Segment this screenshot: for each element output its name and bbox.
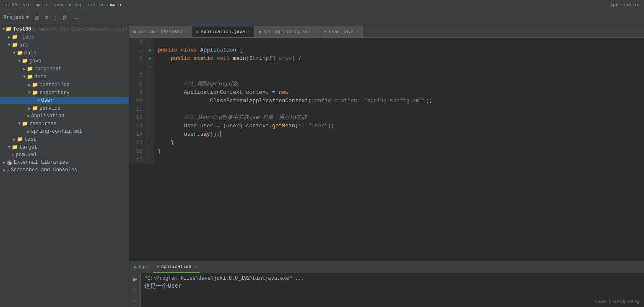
sidebar-item-resources[interactable]: ▼ 📁 resources [0,120,129,128]
idea-folder-icon: 📁 [12,34,18,40]
sidebar-item-src[interactable]: ▼ 📁 src [0,41,129,49]
tab-spring-close[interactable]: ✕ [312,29,315,34]
toolbar-settings-btn[interactable]: ⚙ [60,13,70,22]
editor-area: m pom.xml (Test00) ✕ ● Application.java … [129,25,644,307]
toolbar-list-btn[interactable]: ≡ [43,13,50,22]
sidebar-item-demo[interactable]: ▼ 📁 demo [0,73,129,81]
console-down-btn[interactable]: ↓ [130,296,140,304]
tab-spring-config[interactable]: ⚙ spring-config.xml ✕ [254,26,320,37]
sidebar-item-service[interactable]: ▶ 📁 service [0,104,129,112]
console-run-btn[interactable]: ▶ [130,275,140,284]
toolbar-minimize-btn[interactable]: — [71,13,81,22]
sidebar-item-test[interactable]: ▶ 📁 test [0,135,129,143]
line-num-14: 14 [129,130,146,139]
attribution: CSDN @hania_wang [595,298,639,305]
component-label: component [34,66,62,72]
main-label: main [24,50,36,56]
breadcrumb-main: main [36,3,47,8]
line-code-16: } [154,147,644,156]
breadcrumb-application: ● Application [69,3,105,8]
run-btn-5[interactable]: ▶ [149,48,152,53]
tab-spring-label: spring-config.xml [263,29,310,34]
demo-label: demo [34,74,47,80]
root-arrow: ▼ [2,27,5,31]
tab-user[interactable]: ● User.java ✕ [319,26,363,37]
sidebar-item-main[interactable]: ▼ 📁 main [0,49,129,57]
application-label: Application [31,113,64,119]
line-num-13: 13 [129,122,146,130]
run-btn-6[interactable]: ▶ [149,56,152,61]
tab-application[interactable]: ● Application.java ✕ [192,26,254,37]
code-line-12: 12 //2.从spring对象中获取user对象，通过id获取 [129,114,644,122]
test-label: test [24,137,36,142]
spring-tab-icon: ⚙ [259,29,262,35]
sidebar-item-external-libs[interactable]: ▶ 📚 External Libraries [0,159,129,166]
repository-arrow: ▼ [27,90,32,95]
java-label: java [29,58,42,64]
sidebar-root[interactable]: ▼ 📁 Test00 D:\maven\test-learning-code\T… [0,25,129,33]
target-folder-icon: 📁 [12,144,18,150]
tab-application-close[interactable]: ✕ [247,29,250,34]
tab-pom-close[interactable]: ✕ [184,29,187,34]
test-folder-icon: 📁 [17,136,23,142]
bottom-tab-application[interactable]: ● Application ✕ [153,261,200,273]
component-folder-icon: 📁 [27,66,33,72]
tab-pom[interactable]: m pom.xml (Test00) ✕ [129,26,192,37]
idea-arrow: ▶ [7,35,12,40]
sidebar-item-component[interactable]: ▶ 📁 component [0,65,129,73]
sidebar-item-application[interactable]: ● Application [0,112,129,120]
line-gutter-9 [146,88,154,97]
toolbar-add-btn[interactable]: ⊕ [32,13,42,22]
main-folder-icon: 📁 [17,50,23,56]
sidebar-item-java[interactable]: ▼ 📁 java [0,57,129,65]
console-output: "C:\Program Files\Java\jdk1.8.0_192\bin\… [141,273,644,307]
spring-config-label: spring-config.xml [31,129,82,134]
fold-gutter-15[interactable]: — [149,141,151,145]
code-line-10: 10 ClassPathXmlApplicationContext(config… [129,97,644,105]
bottom-tab-close[interactable]: ✕ [194,264,197,269]
sidebar-item-idea[interactable]: ▶ 📁 .idea [0,33,129,41]
maven-icon: m [12,152,15,157]
code-editor[interactable]: 4 5 ▶ public class Application { 6 [129,38,644,261]
line-code-10: ClassPathXmlApplicationContext(configLoc… [154,97,644,105]
scratch-icon: ✏ [7,168,10,173]
tab-user-close[interactable]: ✕ [356,29,358,34]
line-code-13: User user = (User) context.getBean(s: "u… [154,122,644,130]
sidebar-item-user[interactable]: ● User [0,97,129,104]
code-line-8: 8 //1.得到Spring对象 [129,80,644,88]
sidebar-item-scratches[interactable]: ▶ ✏ Scratches and Consoles [0,166,129,174]
main-arrow: ▼ [12,51,17,55]
code-line-6: 6 ▶ ◻ public static void main(String[] a… [129,54,644,72]
sidebar-item-target[interactable]: ▼ 📁 target [0,143,129,151]
user-label: User [41,98,53,103]
src-arrow: ▼ [7,43,12,47]
bottom-tab-run[interactable]: ▶ Run: [131,261,153,273]
console-up-btn[interactable]: ↑ [130,285,140,294]
line-code-12: //2.从spring对象中获取user对象，通过id获取 [154,114,644,122]
main-toolbar: Project ▼ ⊕ ≡ ↕ ⚙ — [0,10,644,25]
sidebar-item-spring-config[interactable]: ⚙ spring-config.xml [0,128,129,135]
console-line-1: "C:\Program Files\Java\jdk1.8.0_192\bin\… [144,275,641,282]
sidebar-item-controller[interactable]: ▶ 📁 controller [0,81,129,89]
line-gutter-13 [146,122,154,130]
repository-label: repository [39,90,70,96]
target-arrow: ▼ [7,145,12,150]
line-num-15: 15 [129,139,146,147]
run-icon: ▶ [134,264,137,270]
code-line-14: 14 user.say(); [129,130,644,139]
toolbar-expand-btn[interactable]: ↕ [52,13,59,22]
project-arrow: ▼ [26,15,29,20]
bottom-panel: ▶ Run: ● Application ✕ ▶ ↑ ↓ ↺ "C:\Progr… [129,261,644,307]
sidebar-item-repository[interactable]: ▼ 📁 repository [0,89,129,97]
controller-label: controller [39,82,70,88]
xml-file-icon: ⚙ [27,129,30,134]
resources-arrow: ▼ [17,121,22,126]
code-line-13: 13 User user = (User) context.getBean(s:… [129,122,644,130]
resources-label: resources [29,121,57,127]
line-num-8: 8 [129,80,146,88]
sidebar-item-pom[interactable]: m pom.xml [0,151,129,159]
line-gutter-10 [146,97,154,105]
code-table: 4 5 ▶ public class Application { 6 [129,38,644,164]
idea-label: .idea [19,34,34,40]
code-line-9: 9 ApplicationContext context = new [129,88,644,97]
